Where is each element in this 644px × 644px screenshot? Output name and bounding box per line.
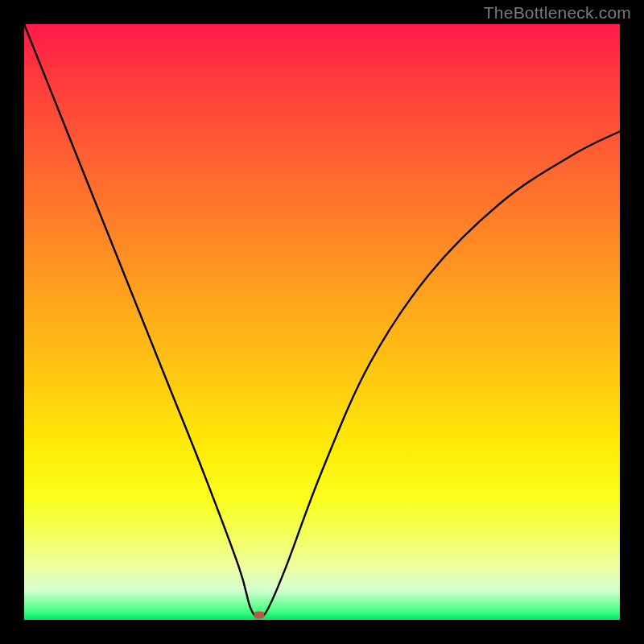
bottleneck-curve — [24, 24, 620, 617]
optimal-marker — [254, 612, 265, 619]
curve-svg — [24, 24, 620, 620]
plot-area — [24, 24, 620, 620]
attribution-text: TheBottleneck.com — [484, 3, 631, 23]
chart-frame: TheBottleneck.com — [0, 0, 644, 644]
